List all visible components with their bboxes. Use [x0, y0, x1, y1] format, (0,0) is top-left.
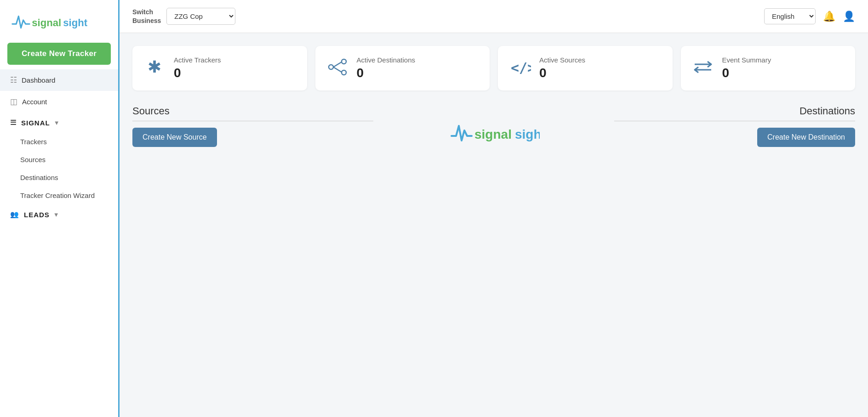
destinations-title: Destinations — [614, 105, 855, 121]
svg-text:✱: ✱ — [148, 58, 161, 76]
active-trackers-value: 0 — [174, 66, 221, 80]
svg-point-5 — [329, 65, 333, 69]
business-select[interactable]: ZZG Cop — [166, 8, 235, 25]
notification-bell-icon[interactable]: 🔔 — [823, 11, 835, 23]
leads-chevron-icon: ▼ — [53, 211, 60, 218]
switch-business-area: SwitchBusiness ZZG Cop — [132, 8, 235, 25]
sidebar-section-signal[interactable]: ☰ SIGNAL ▼ — [0, 113, 118, 133]
stat-card-active-destinations: Active Destinations 0 — [315, 46, 490, 90]
stat-card-active-sources: </> Active Sources 0 — [498, 46, 673, 90]
sidebar-item-sources[interactable]: Sources — [0, 151, 118, 169]
active-destinations-icon — [326, 57, 348, 80]
sidebar: signal sight Create New Tracker ☷ Dashbo… — [0, 0, 120, 417]
signal-chevron-icon: ▼ — [54, 119, 60, 126]
svg-text:sight: sight — [63, 17, 87, 28]
event-summary-icon — [692, 57, 714, 80]
switch-business-label: SwitchBusiness — [132, 8, 161, 24]
active-sources-icon: </> — [509, 57, 531, 79]
svg-text:signal: signal — [32, 17, 61, 28]
dashboard-body: ✱ Active Trackers 0 — [120, 33, 868, 417]
active-sources-label: Active Sources — [539, 56, 585, 64]
sidebar-signal-label: SIGNAL — [21, 119, 50, 127]
app-logo: signal sight — [9, 8, 87, 34]
destinations-label: Destinations — [20, 174, 58, 181]
event-summary-label: Event Summary — [722, 56, 771, 64]
svg-line-7 — [333, 67, 342, 72]
active-destinations-label: Active Destinations — [357, 56, 416, 64]
create-new-source-button[interactable]: Create New Source — [132, 128, 217, 147]
center-signalsight-logo: signal sight — [448, 114, 540, 147]
svg-line-6 — [333, 62, 342, 67]
logo-area: signal sight — [0, 0, 118, 38]
sources-label: Sources — [20, 156, 46, 163]
create-new-destination-button[interactable]: Create New Destination — [757, 128, 855, 147]
language-select[interactable]: English — [764, 8, 816, 24]
active-trackers-icon: ✱ — [143, 57, 166, 80]
sidebar-leads-label: LEADS — [24, 211, 50, 219]
sources-section: Sources Create New Source — [132, 105, 373, 147]
sidebar-account-label: Account — [22, 98, 47, 106]
dashboard-icon: ☷ — [10, 75, 17, 85]
sidebar-item-trackers[interactable]: Trackers — [0, 133, 118, 151]
sidebar-item-destinations[interactable]: Destinations — [0, 169, 118, 186]
signal-section-icon: ☰ — [10, 118, 17, 127]
svg-text:</>: </> — [511, 60, 531, 76]
center-logo-area: signal sight — [373, 105, 614, 147]
stat-card-event-summary: Event Summary 0 — [681, 46, 856, 90]
account-icon: ◫ — [10, 97, 17, 107]
sources-title: Sources — [132, 105, 373, 121]
trackers-label: Trackers — [20, 138, 47, 146]
header-right: English 🔔 👤 — [764, 8, 855, 24]
main-content: SwitchBusiness ZZG Cop English 🔔 👤 ✱ — [120, 0, 868, 417]
active-trackers-label: Active Trackers — [174, 56, 221, 64]
user-avatar-icon[interactable]: 👤 — [843, 11, 855, 23]
sidebar-section-leads[interactable]: 👥 LEADS ▼ — [0, 204, 118, 225]
sources-destinations-row: Sources Create New Source signal sight D… — [132, 105, 855, 147]
svg-point-4 — [342, 70, 346, 75]
active-sources-value: 0 — [539, 66, 585, 80]
stats-row: ✱ Active Trackers 0 — [132, 46, 855, 90]
sidebar-item-account[interactable]: ◫ Account — [0, 91, 118, 113]
stat-card-active-trackers: ✱ Active Trackers 0 — [132, 46, 307, 90]
svg-text:sight: sight — [515, 127, 540, 141]
leads-section-icon: 👥 — [10, 210, 19, 219]
event-summary-value: 0 — [722, 66, 771, 80]
sidebar-item-tracker-wizard[interactable]: Tracker Creation Wizard — [0, 186, 118, 204]
header: SwitchBusiness ZZG Cop English 🔔 👤 — [120, 0, 868, 33]
destinations-section: Destinations Create New Destination — [614, 105, 855, 147]
svg-text:signal: signal — [474, 127, 512, 141]
svg-point-3 — [342, 59, 346, 64]
sidebar-item-dashboard[interactable]: ☷ Dashboard — [0, 69, 118, 91]
active-destinations-value: 0 — [357, 66, 416, 80]
create-new-tracker-button[interactable]: Create New Tracker — [7, 43, 111, 65]
tracker-wizard-label: Tracker Creation Wizard — [20, 192, 95, 199]
sidebar-dashboard-label: Dashboard — [22, 76, 55, 84]
